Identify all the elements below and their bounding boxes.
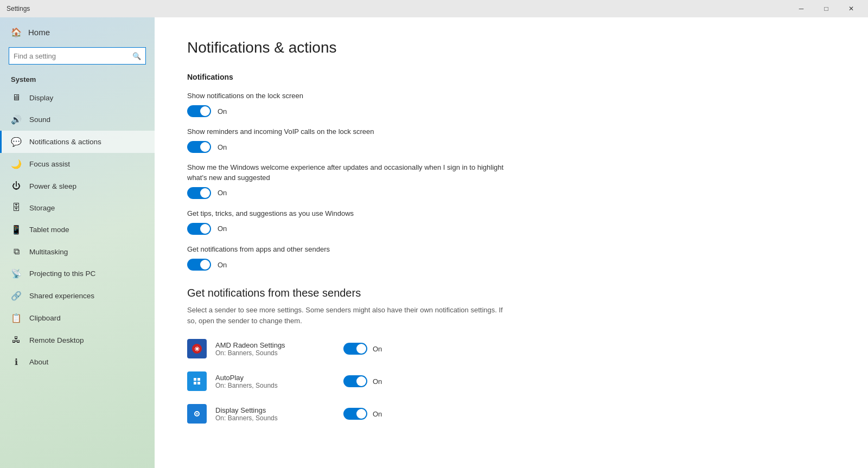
sender-item-display: Display Settings On: Banners, Sounds On	[187, 404, 835, 424]
display-settings-info: Display Settings On: Banners, Sounds	[215, 406, 324, 422]
setting-welcome: Show me the Windows welcome experience a…	[187, 163, 835, 198]
sidebar: 🏠 Home 🔍 System 🖥 Display 🔊 Sound 💬 Noti…	[0, 17, 155, 468]
amd-name: AMD Radeon Settings	[215, 341, 324, 349]
projecting-icon: 📡	[11, 268, 22, 279]
nav-item-projecting[interactable]: 📡 Projecting to this PC	[0, 262, 155, 285]
close-button[interactable]: ✕	[839, 0, 864, 17]
amd-toggle-area: On	[343, 343, 382, 355]
titlebar-title: Settings	[7, 5, 30, 12]
toggle-autoplay-label: On	[373, 377, 382, 386]
storage-icon: 🗄	[11, 203, 22, 213]
nav-item-shared[interactable]: 🔗 Shared experiences	[0, 285, 155, 307]
senders-section: Get notifications from these senders Sel…	[187, 287, 835, 424]
display-settings-status: On: Banners, Sounds	[215, 414, 324, 422]
toggle-amd-label: On	[373, 345, 382, 353]
nav-label-focus: Focus assist	[29, 160, 70, 168]
sound-icon: 🔊	[11, 114, 22, 125]
toggle-voip[interactable]	[187, 141, 211, 153]
search-box[interactable]: 🔍	[9, 47, 146, 65]
setting-lock-screen-row: On	[187, 105, 835, 117]
nav-label-display: Display	[29, 94, 53, 102]
nav-item-remote[interactable]: 🖧 Remote Desktop	[0, 329, 155, 351]
toggle-welcome-label: On	[218, 189, 227, 197]
clipboard-icon: 📋	[11, 313, 22, 323]
nav-item-about[interactable]: ℹ About	[0, 351, 155, 373]
nav-label-storage: Storage	[29, 204, 55, 212]
content-area: Notifications & actions Notifications Sh…	[155, 17, 868, 468]
setting-lock-screen: Show notifications on the lock screen On	[187, 91, 835, 117]
nav-label-tablet: Tablet mode	[29, 226, 69, 234]
nav-label-notifications: Notifications & actions	[29, 138, 101, 146]
titlebar: Settings ─ □ ✕	[0, 0, 868, 17]
system-label: System	[0, 71, 155, 87]
autoplay-toggle-area: On	[343, 375, 382, 387]
toggle-display-settings[interactable]	[343, 408, 367, 420]
nav-item-focus[interactable]: 🌙 Focus assist	[0, 153, 155, 175]
senders-desc: Select a sender to see more settings. So…	[187, 305, 513, 326]
svg-rect-5	[194, 382, 196, 384]
display-icon: 🖥	[11, 93, 22, 102]
nav-item-tablet[interactable]: 📱 Tablet mode	[0, 219, 155, 241]
maximize-button[interactable]: □	[814, 0, 839, 17]
setting-welcome-label: Show me the Windows welcome experience a…	[187, 163, 513, 182]
svg-rect-4	[197, 378, 200, 381]
nav-item-storage[interactable]: 🗄 Storage	[0, 197, 155, 219]
power-icon: ⏻	[11, 181, 22, 191]
nav-item-clipboard[interactable]: 📋 Clipboard	[0, 307, 155, 329]
toggle-amd[interactable]	[343, 343, 367, 355]
about-icon: ℹ	[11, 357, 22, 367]
sidebar-item-home[interactable]: 🏠 Home	[0, 17, 155, 45]
nav-item-notifications[interactable]: 💬 Notifications & actions	[0, 131, 155, 153]
shared-icon: 🔗	[11, 291, 22, 301]
toggle-voip-label: On	[218, 143, 227, 151]
nav-label-shared: Shared experiences	[29, 292, 94, 300]
titlebar-controls: ─ □ ✕	[789, 0, 864, 17]
setting-apps-row: On	[187, 259, 835, 271]
senders-title: Get notifications from these senders	[187, 287, 835, 299]
page-title: Notifications & actions	[187, 39, 835, 56]
autoplay-status: On: Banners, Sounds	[215, 382, 324, 389]
nav-label-clipboard: Clipboard	[29, 314, 61, 322]
notifications-section-title: Notifications	[187, 73, 835, 81]
autoplay-name: AutoPlay	[215, 374, 324, 382]
toggle-tips[interactable]	[187, 223, 211, 235]
toggle-autoplay[interactable]	[343, 375, 367, 387]
nav-item-display[interactable]: 🖥 Display	[0, 87, 155, 108]
toggle-apps[interactable]	[187, 259, 211, 271]
svg-rect-2	[192, 376, 202, 386]
search-input[interactable]	[14, 52, 132, 60]
setting-tips-row: On	[187, 223, 835, 235]
nav-item-multitasking[interactable]: ⧉ Multitasking	[0, 241, 155, 262]
sender-item-amd: ✳ AMD Radeon Settings On: Banners, Sound…	[187, 339, 835, 358]
main-window: 🏠 Home 🔍 System 🖥 Display 🔊 Sound 💬 Noti…	[0, 17, 868, 468]
display-settings-name: Display Settings	[215, 406, 324, 414]
toggle-lock-screen[interactable]	[187, 105, 211, 117]
amd-icon: ✳	[187, 339, 207, 358]
autoplay-icon	[187, 371, 207, 391]
setting-tips-label: Get tips, tricks, and suggestions as you…	[187, 209, 513, 219]
sender-item-autoplay: AutoPlay On: Banners, Sounds On	[187, 371, 835, 391]
toggle-welcome[interactable]	[187, 187, 211, 199]
svg-rect-3	[194, 378, 196, 381]
display-settings-toggle-area: On	[343, 408, 382, 420]
minimize-button[interactable]: ─	[789, 0, 814, 17]
toggle-tips-label: On	[218, 225, 227, 233]
nav-label-projecting: Projecting to this PC	[29, 270, 95, 278]
setting-voip: Show reminders and incoming VoIP calls o…	[187, 127, 835, 153]
multitasking-icon: ⧉	[11, 247, 22, 257]
setting-tips: Get tips, tricks, and suggestions as you…	[187, 209, 835, 235]
nav-label-sound: Sound	[29, 116, 50, 124]
search-icon: 🔍	[132, 52, 141, 60]
home-label: Home	[28, 28, 50, 37]
home-icon: 🏠	[11, 27, 22, 37]
toggle-lock-screen-label: On	[218, 107, 227, 116]
autoplay-info: AutoPlay On: Banners, Sounds	[215, 374, 324, 389]
nav-item-power[interactable]: ⏻ Power & sleep	[0, 175, 155, 197]
setting-apps-label: Get notifications from apps and other se…	[187, 245, 513, 254]
tablet-icon: 📱	[11, 225, 22, 235]
setting-voip-row: On	[187, 141, 835, 153]
setting-welcome-row: On	[187, 187, 835, 199]
nav-label-multitasking: Multitasking	[29, 248, 68, 256]
nav-item-sound[interactable]: 🔊 Sound	[0, 108, 155, 131]
focus-icon: 🌙	[11, 159, 22, 169]
